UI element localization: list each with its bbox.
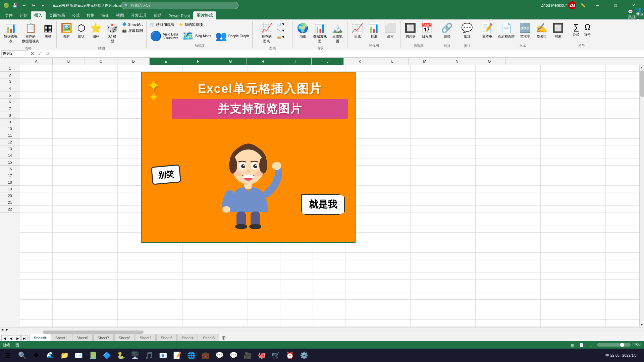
wordart-button[interactable]: 🔤 艺术字 bbox=[517, 21, 533, 40]
normal-view-button[interactable]: ▦ bbox=[569, 342, 576, 348]
row-header-21[interactable]: 21 bbox=[0, 199, 20, 206]
taskbar-search-button[interactable]: 🔍 bbox=[15, 349, 29, 362]
row-header-7[interactable]: 7 bbox=[0, 105, 20, 112]
col-header-a[interactable]: A bbox=[20, 58, 53, 65]
scroll-right-button[interactable]: ▶ bbox=[5, 327, 9, 332]
scroll-down-button[interactable]: ▼ bbox=[640, 322, 644, 327]
winloss-sparkline-button[interactable]: ⬜ 盈亏 bbox=[382, 21, 398, 40]
pie-chart-button[interactable]: 🥧▼ bbox=[275, 34, 286, 40]
corner-cell[interactable] bbox=[0, 58, 20, 65]
name-box[interactable]: 图片2 bbox=[1, 50, 28, 57]
col-header-f[interactable]: F bbox=[182, 58, 214, 65]
search-box[interactable]: 🔍 搜索(Alt+Q) bbox=[121, 2, 238, 9]
icons-button[interactable]: ⭐ 图标 bbox=[88, 21, 104, 40]
textbox-button[interactable]: 📝 文本框 bbox=[479, 21, 495, 40]
3d-map-button[interactable]: 🏔️ 三维地图 bbox=[329, 21, 345, 45]
pivot-chart-button[interactable]: 📊 数据透视图 bbox=[311, 21, 329, 45]
scroll-thumb-v[interactable] bbox=[640, 70, 644, 97]
line-sparkline-button[interactable]: 📈 折线 bbox=[350, 21, 365, 40]
scroll-left-button[interactable]: ◀ bbox=[0, 327, 5, 332]
sheet-tab-sheet9[interactable]: Sheet9 bbox=[30, 334, 50, 341]
sheet-tab-sheet7[interactable]: Sheet7 bbox=[93, 334, 114, 341]
tab-power-pivot[interactable]: Power Pivot bbox=[165, 12, 193, 19]
table-button[interactable]: ▦ 表格 bbox=[42, 21, 54, 40]
recommended-charts-button[interactable]: 📈 推荐的图表 bbox=[259, 21, 275, 45]
row-header-12[interactable]: 12 bbox=[0, 139, 20, 145]
col-header-j[interactable]: J bbox=[312, 58, 344, 65]
tab-formula[interactable]: 公式 bbox=[68, 11, 83, 19]
tab-data[interactable]: 数据 bbox=[83, 11, 98, 19]
sheet-tab-sheet8[interactable]: Sheet8 bbox=[114, 334, 135, 341]
cancel-formula-button[interactable]: ✕ bbox=[30, 51, 36, 56]
redo-button[interactable]: ↪ bbox=[30, 1, 38, 9]
timeline-button[interactable]: 📅 日程表 bbox=[419, 21, 435, 40]
row-header-8[interactable]: 8 bbox=[0, 112, 20, 119]
taskbar-clock[interactable]: ⏰ bbox=[283, 349, 297, 362]
taskbar-github[interactable]: 🐙 bbox=[255, 349, 268, 362]
picture-button[interactable]: 🖼️ 图片 bbox=[59, 21, 74, 40]
sheet-last-button[interactable]: ▶| bbox=[21, 335, 28, 341]
sheet-prev-button[interactable]: ◀ bbox=[8, 335, 14, 341]
scroll-thumb-h[interactable] bbox=[43, 330, 144, 334]
page-break-view-button[interactable]: ⊞ bbox=[588, 342, 594, 348]
page-layout-view-button[interactable]: 📄 bbox=[578, 342, 585, 348]
taskbar-vscode[interactable]: 🔷 bbox=[100, 349, 113, 362]
col-header-k[interactable]: K bbox=[344, 58, 376, 65]
line-chart-button[interactable]: 📉▼ bbox=[275, 28, 286, 34]
header-footer-button[interactable]: 📄 页眉和页脚 bbox=[496, 21, 517, 40]
windows-start-button[interactable]: ⊞ bbox=[1, 349, 15, 362]
sheet-tab-sheet5[interactable]: Sheet5 bbox=[199, 334, 219, 341]
row-header-3[interactable]: 3 bbox=[0, 78, 20, 85]
3d-model-button[interactable]: 🎲 3D 模型 bbox=[104, 21, 120, 45]
col-header-h[interactable]: H bbox=[247, 58, 279, 65]
taskbar-task-view[interactable]: ❖ bbox=[30, 349, 43, 362]
row-header-2[interactable]: 2 bbox=[0, 72, 20, 78]
col-header-g[interactable]: G bbox=[214, 58, 247, 65]
tab-insert[interactable]: 插入 bbox=[31, 11, 46, 19]
row-header-20[interactable]: 20 bbox=[0, 192, 20, 199]
get-addins-button[interactable]: 🛒 获取加载项 bbox=[149, 21, 176, 28]
taskbar-edge[interactable]: 🌊 bbox=[44, 349, 57, 362]
share-button[interactable]: 👥 共享 ▼ bbox=[636, 10, 644, 18]
zoom-slider[interactable] bbox=[597, 343, 631, 347]
col-header-o[interactable]: O bbox=[473, 58, 506, 65]
tab-page-layout[interactable]: 页面布局 bbox=[46, 11, 68, 19]
sheet-tab-sheet4[interactable]: Sheet4 bbox=[177, 334, 198, 341]
row-header-13[interactable]: 13 bbox=[0, 145, 20, 152]
col-header-l[interactable]: L bbox=[376, 58, 409, 65]
tab-help[interactable]: 帮助 bbox=[150, 11, 165, 19]
taskbar-explorer[interactable]: 📁 bbox=[58, 349, 71, 362]
taskbar-settings2[interactable]: ⚙️ bbox=[297, 349, 311, 362]
comment-button[interactable]: 💬 批注 bbox=[628, 10, 636, 18]
row-header-1[interactable]: 1 bbox=[0, 65, 20, 72]
signature-button[interactable]: ✍️ 签名行 bbox=[534, 21, 549, 40]
bing-maps-button[interactable]: 🗺️ Bing Maps bbox=[181, 30, 212, 42]
col-header-d[interactable]: D bbox=[117, 58, 150, 65]
row-header-18[interactable]: 18 bbox=[0, 179, 20, 186]
confirm-formula-button[interactable]: ✓ bbox=[37, 51, 43, 56]
bar-chart-button[interactable]: 📊▼ bbox=[275, 21, 286, 27]
sheet-next-button[interactable]: ▶ bbox=[15, 335, 21, 341]
taskbar-onenote[interactable]: 📝 bbox=[170, 349, 184, 362]
screenshot-button[interactable]: 📸 屏幕截图 bbox=[121, 27, 144, 34]
link-button[interactable]: 🔗 链接 bbox=[439, 21, 455, 40]
customize-button[interactable]: ▼ bbox=[39, 1, 47, 9]
taskbar-wechat[interactable]: 💬 bbox=[227, 349, 240, 362]
taskbar-store[interactable]: 🛒 bbox=[269, 349, 282, 362]
pivot-table-button[interactable]: 📊 数据透视表 bbox=[2, 21, 19, 45]
save-button[interactable]: 💾 bbox=[11, 1, 19, 9]
shapes-button[interactable]: ⬡ 形状 bbox=[75, 21, 87, 40]
col-header-n[interactable]: N bbox=[441, 58, 473, 65]
taskbar-terminal[interactable]: 🖥️ bbox=[128, 349, 142, 362]
visio-data-button[interactable]: 🔵 Visio DataVisualizer bbox=[149, 30, 179, 42]
show-desktop-button[interactable] bbox=[638, 349, 640, 362]
map-button[interactable]: 🌍 地图 bbox=[295, 21, 311, 40]
sheet-tab-sheet1[interactable]: Sheet1 bbox=[51, 334, 71, 341]
tab-file[interactable]: 文件 bbox=[1, 11, 16, 19]
taskbar-chrome[interactable]: 🌐 bbox=[184, 349, 198, 362]
vertical-scrollbar[interactable]: ▲ ▼ bbox=[639, 65, 644, 327]
taskbar-excel[interactable]: 📗 bbox=[86, 349, 99, 362]
formula-symbol-button[interactable]: ∑ 公式 bbox=[571, 21, 581, 38]
row-header-5[interactable]: 5 bbox=[0, 92, 20, 99]
zoom-thumb[interactable] bbox=[620, 343, 624, 347]
